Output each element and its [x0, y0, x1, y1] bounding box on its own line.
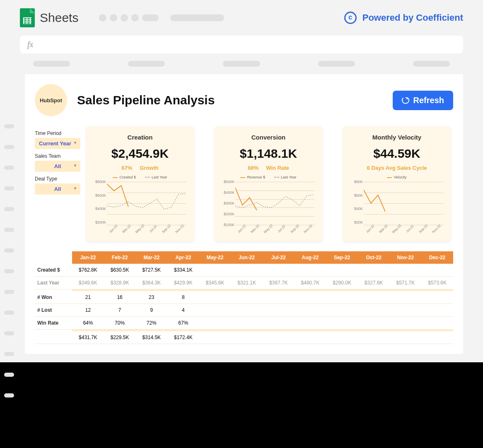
- card-creation: Creation $2,454.9K 67%Growth Created $ L…: [86, 126, 194, 241]
- refresh-icon: [402, 96, 409, 104]
- data-table: Jan-22Feb-22Mar-22Apr-22May-22Jun-22Jul-…: [35, 251, 453, 344]
- powered-by-label: Powered by Coefficient: [362, 12, 463, 23]
- month-header: Jan-22: [72, 251, 104, 264]
- chart-legend: Created $ Last Year: [92, 175, 188, 179]
- hubspot-badge: HubSpot: [35, 84, 67, 116]
- month-header: Dec-22: [421, 251, 453, 264]
- card-title: Monthly Velocity: [349, 134, 445, 141]
- month-header: May-22: [199, 251, 231, 264]
- column-headers-skeleton: [33, 61, 450, 67]
- card-velocity: Monthly Velocity $44.59K 6 Days Avg Sale…: [343, 126, 451, 241]
- sheets-label: Sheets: [40, 11, 78, 25]
- filters-panel: Time Period Current Year▾ Sales Team All…: [35, 126, 80, 241]
- card-title: Conversion: [220, 134, 316, 141]
- powered-by: Powered by Coefficient: [344, 12, 463, 24]
- month-header: Jul-22: [263, 251, 295, 264]
- creation-chart: $800K $600K $400K $200K Jan-22 Mar-22 Ma…: [92, 182, 188, 236]
- month-header: Feb-22: [104, 251, 136, 264]
- card-value: $44.59K: [349, 147, 445, 161]
- chevron-down-icon: ▾: [74, 163, 76, 168]
- sheets-icon: [20, 8, 35, 27]
- refresh-button[interactable]: Refresh: [393, 91, 453, 110]
- card-sub: 68%Win Rate: [220, 165, 316, 171]
- month-header: Nov-22: [390, 251, 422, 264]
- filter-label-deal: Deal Type: [35, 176, 80, 182]
- table-row: # Won2116238: [35, 291, 453, 304]
- row-headers-skeleton: [4, 124, 14, 362]
- menu-skeleton: [99, 14, 224, 22]
- month-header: Mar-22: [135, 251, 167, 264]
- table-row: Last Year$349.6K$328.9K$364.3K$429.9K$34…: [35, 277, 453, 289]
- month-header: Sep-22: [326, 251, 358, 264]
- filter-label-team: Sales Team: [35, 153, 80, 159]
- coefficient-icon: [344, 12, 357, 24]
- card-value: $1,148.1K: [220, 147, 316, 161]
- card-conversion: Conversion $1,148.1K 68%Win Rate Revenue…: [215, 126, 322, 241]
- table-row: Win Rate64%70%72%67%: [35, 317, 453, 330]
- card-sub: 67%Growth: [92, 165, 188, 171]
- chevron-down-icon: ▾: [74, 186, 76, 190]
- velocity-chart: $80K $60K $40K $20K Jan-22 Mar-22 May-22…: [349, 182, 445, 236]
- chart-legend: Revenue $ Last Year: [220, 175, 316, 179]
- card-value: $2,454.9K: [92, 147, 188, 161]
- filter-sales-team[interactable]: All▾: [35, 161, 80, 172]
- month-header: Oct-22: [358, 251, 390, 264]
- table-row: # Lost12794: [35, 304, 453, 317]
- fx-icon: fx: [27, 40, 33, 49]
- formula-bar[interactable]: fx: [20, 36, 463, 53]
- table-row: Created $$762.8K$630.5K$727.5K$334.1K: [35, 264, 453, 277]
- conversion-chart: $500K $400K $300K $200K $100K Jan-22 Mar…: [220, 182, 316, 236]
- dashboard: HubSpot Sales Pipeline Analysis Refresh …: [25, 74, 463, 354]
- filter-label-time: Time Period: [35, 130, 80, 136]
- table-row: $431.7K$229.5K$314.5K$172.4K: [35, 331, 453, 344]
- chart-legend: Velocity: [349, 175, 445, 179]
- sheets-logo: Sheets: [20, 8, 78, 27]
- chevron-down-icon: ▾: [74, 140, 76, 147]
- month-header: Apr-22: [167, 251, 199, 264]
- month-header: Jun-22: [231, 251, 263, 264]
- card-title: Creation: [92, 134, 188, 141]
- month-header: Aug-22: [295, 251, 326, 264]
- topbar: Sheets Powered by Coefficient: [0, 0, 483, 36]
- filter-time-period[interactable]: Current Year▾: [35, 138, 80, 149]
- page-title: Sales Pipeline Analysis: [77, 93, 215, 107]
- filter-deal-type[interactable]: All▾: [35, 183, 80, 195]
- kpi-cards: Creation $2,454.9K 67%Growth Created $ L…: [86, 126, 453, 241]
- card-sub: 6 Days Avg Sales Cycle: [349, 165, 445, 171]
